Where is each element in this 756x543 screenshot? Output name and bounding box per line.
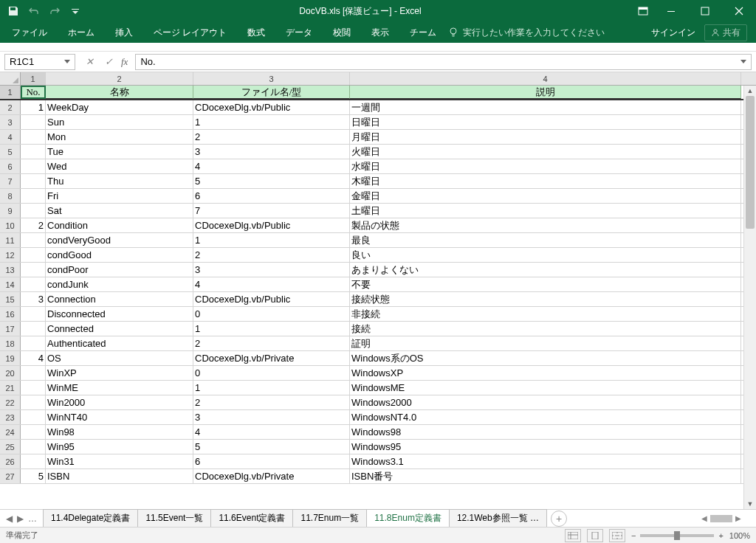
row-header[interactable]: 23 xyxy=(0,410,21,424)
row-header[interactable]: 20 xyxy=(0,366,21,380)
col-header-2[interactable]: 2 xyxy=(46,72,193,85)
save-icon[interactable] xyxy=(6,4,21,18)
cell[interactable]: CDocexeDlg.vb/Private xyxy=(193,469,350,483)
cell[interactable]: Disconnected xyxy=(46,307,193,321)
row-header[interactable]: 11 xyxy=(0,233,21,247)
minimize-button[interactable] xyxy=(654,0,688,22)
cell[interactable]: Win98 xyxy=(46,425,193,439)
cell[interactable]: 月曜日 xyxy=(350,130,741,144)
cell[interactable]: Condition xyxy=(46,218,193,232)
cell[interactable]: WindowsME xyxy=(350,381,741,395)
sheet-tab[interactable]: 12.1Web参照一覧 … xyxy=(449,509,547,528)
cell[interactable]: 2 xyxy=(21,218,46,232)
new-sheet-button[interactable]: + xyxy=(551,511,567,527)
cell[interactable]: condPoor xyxy=(46,263,193,277)
sheet-tab[interactable]: 11.7Enum一覧 xyxy=(292,509,367,528)
cell[interactable]: 4 xyxy=(193,425,350,439)
scroll-right-icon[interactable]: ▶ xyxy=(735,514,741,522)
cell[interactable]: 0 xyxy=(193,366,350,380)
cell[interactable]: 水曜日 xyxy=(350,159,741,173)
cell[interactable]: 3 xyxy=(21,292,46,306)
row-header[interactable]: 19 xyxy=(0,351,21,365)
cell[interactable]: Thu xyxy=(46,174,193,188)
cell[interactable]: CDocexeDlg.vb/Private xyxy=(193,351,350,365)
cell[interactable] xyxy=(21,307,46,321)
redo-icon[interactable] xyxy=(47,4,62,18)
cell[interactable]: Windows95 xyxy=(350,440,741,454)
cell[interactable]: WinXP xyxy=(46,366,193,380)
cell[interactable]: Sat xyxy=(46,204,193,218)
cell[interactable]: WindowsNT4.0 xyxy=(350,410,741,424)
sheet-tab[interactable]: 11.6Event定義書 xyxy=(210,509,293,528)
zoom-handle[interactable] xyxy=(674,531,680,540)
cell[interactable]: Windows系のOS xyxy=(350,351,741,365)
cell[interactable]: 6 xyxy=(193,189,350,203)
tab-home[interactable]: ホーム xyxy=(59,23,103,43)
sheet-nav-prev-icon[interactable]: ◀ xyxy=(4,513,14,524)
cell[interactable]: 3 xyxy=(193,145,350,159)
sheet-nav-next-icon[interactable]: ▶ xyxy=(16,513,25,524)
vertical-scrollbar[interactable]: ▲ ▼ xyxy=(743,86,756,509)
cell[interactable]: Mon xyxy=(46,130,193,144)
row-header[interactable]: 12 xyxy=(0,248,21,262)
enter-formula-icon[interactable]: ✓ xyxy=(102,56,115,67)
cell[interactable]: Win31 xyxy=(46,454,193,468)
tab-page-layout[interactable]: ページ レイアウト xyxy=(145,23,236,43)
row-header[interactable]: 2 xyxy=(0,100,21,114)
view-page-layout-icon[interactable] xyxy=(587,529,603,542)
row-header[interactable]: 27 xyxy=(0,469,21,483)
cell[interactable]: 1 xyxy=(193,322,350,336)
cell[interactable] xyxy=(21,233,46,247)
cell[interactable]: あまりよくない xyxy=(350,263,741,277)
zoom-out-button[interactable]: − xyxy=(631,531,636,540)
cell[interactable]: 2 xyxy=(193,395,350,409)
cell[interactable]: ISBN番号 xyxy=(350,469,741,483)
col-header-1[interactable]: 1 xyxy=(21,72,46,85)
view-normal-icon[interactable] xyxy=(565,529,581,542)
cell[interactable]: 土曜日 xyxy=(350,204,741,218)
cell[interactable]: 火曜日 xyxy=(350,145,741,159)
cell[interactable]: 製品の状態 xyxy=(350,218,741,232)
sheet-tab[interactable]: 11.8Enum定義書 xyxy=(366,509,450,528)
name-box-input[interactable] xyxy=(10,56,54,67)
scroll-left-icon[interactable]: ◀ xyxy=(701,514,707,522)
cell[interactable]: CDocexeDlg.vb/Public xyxy=(193,100,350,114)
close-button[interactable] xyxy=(722,0,756,22)
cell[interactable]: 2 xyxy=(193,336,350,350)
cell[interactable] xyxy=(21,425,46,439)
cell[interactable] xyxy=(21,322,46,336)
cell[interactable] xyxy=(21,381,46,395)
sheet-tab[interactable]: 11.4Delegate定義書 xyxy=(43,509,138,528)
cell[interactable] xyxy=(21,204,46,218)
cell[interactable]: condGood xyxy=(46,248,193,262)
row-header[interactable]: 26 xyxy=(0,454,21,468)
row-header[interactable]: 14 xyxy=(0,277,21,291)
tell-me-search[interactable]: 実行したい作業を入力してください xyxy=(448,27,605,39)
cell[interactable] xyxy=(21,440,46,454)
cell[interactable]: 最良 xyxy=(350,233,741,247)
header-cell[interactable]: No. xyxy=(21,86,46,99)
ribbon-display-options-icon[interactable] xyxy=(632,0,654,22)
cell[interactable]: 日曜日 xyxy=(350,115,741,129)
cell[interactable]: OS xyxy=(46,351,193,365)
zoom-track[interactable] xyxy=(640,534,714,537)
row-header[interactable]: 18 xyxy=(0,336,21,350)
cell[interactable] xyxy=(21,366,46,380)
cell[interactable] xyxy=(21,115,46,129)
cell[interactable] xyxy=(21,410,46,424)
fx-icon[interactable]: fx xyxy=(121,56,128,68)
cell[interactable]: WinME xyxy=(46,381,193,395)
row-header[interactable]: 8 xyxy=(0,189,21,203)
cell[interactable]: Win2000 xyxy=(46,395,193,409)
grid-body[interactable]: 1No.名称ファイル名/型説明21WeekDayCDocexeDlg.vb/Pu… xyxy=(0,86,756,509)
cell[interactable] xyxy=(21,454,46,468)
cell[interactable] xyxy=(21,159,46,173)
select-all-corner[interactable] xyxy=(0,72,21,85)
chevron-down-icon[interactable] xyxy=(64,60,70,63)
cell[interactable]: 接続状態 xyxy=(350,292,741,306)
scrollbar-thumb[interactable] xyxy=(746,96,755,229)
cell[interactable]: 4 xyxy=(21,351,46,365)
cell[interactable]: WeekDay xyxy=(46,100,193,114)
qat-customize-icon[interactable] xyxy=(68,4,83,18)
cell[interactable]: 木曜日 xyxy=(350,174,741,188)
